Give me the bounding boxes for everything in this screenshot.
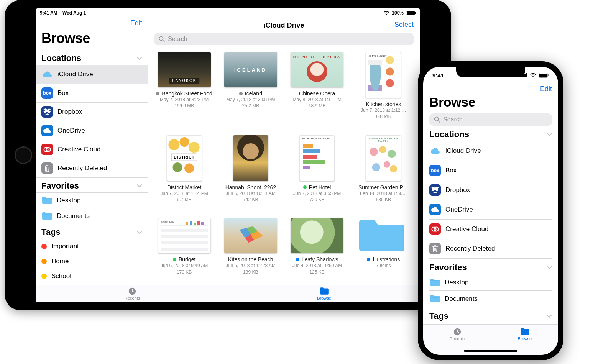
iphone-favorites-list: Desktop Documents	[429, 274, 552, 307]
chevron-down-icon	[137, 56, 142, 60]
svg-rect-11	[526, 73, 527, 78]
file-iceland[interactable]: Iceland May 7, 2018 at 3:05 PM 25.2 MB	[222, 52, 279, 126]
ipad-location-label: Box	[58, 89, 69, 97]
file-district[interactable]: District Market Jun 7, 2018 at 1:14 PM 6…	[156, 135, 213, 209]
file-meta-label: Feb 14, 2018 at 1:56…	[360, 190, 407, 197]
iphone-browse-title: Browse	[429, 95, 552, 113]
ipad-locations-header[interactable]: Locations	[36, 50, 148, 65]
iphone-location-onedrive[interactable]: OneDrive	[429, 200, 552, 220]
ipad-tag-school[interactable]: School	[36, 269, 148, 284]
ipad-search-field[interactable]: Search	[154, 33, 414, 45]
ipad-home-button[interactable]	[15, 146, 32, 164]
file-leafy[interactable]: Leafy Shadows Jun 4, 2018 at 10:50 AM 12…	[289, 218, 346, 281]
ipad-locations-title: Locations	[41, 53, 81, 63]
ipad-tags-title: Tags	[41, 227, 61, 237]
svg-rect-2	[415, 12, 416, 14]
file-thumbnail	[158, 52, 211, 87]
ipad-tag-home[interactable]: Home	[36, 254, 148, 269]
ipad-sidebar: Edit Browse Locations iCloud Drivebox Bo…	[36, 18, 148, 285]
ipad-location-dropbox[interactable]: Dropbox	[36, 103, 148, 121]
file-budget[interactable]: Budget Jun 6, 2018 at 9:49 AM 179 KB	[156, 218, 213, 281]
search-icon	[434, 116, 440, 123]
ipad-edit-button[interactable]: Edit	[130, 19, 142, 27]
svg-rect-10	[524, 74, 526, 77]
ipad-location-box[interactable]: box Box	[36, 84, 148, 103]
chevron-down-icon	[137, 230, 142, 234]
cloud-icon	[429, 145, 441, 157]
file-kites[interactable]: Kites on the Beach Jun 5, 2018 at 11:28 …	[222, 218, 279, 281]
iphone-search-field[interactable]: Search	[429, 113, 552, 126]
iphone-location-label: iCloud Drive	[445, 147, 481, 155]
iphone-notch	[456, 67, 525, 77]
iphone-home-indicator[interactable]	[464, 350, 518, 352]
iphone-location-trash[interactable]: Recently Deleted	[429, 239, 552, 259]
iphone-search-placeholder: Search	[443, 116, 463, 123]
file-kitchen[interactable]: Kitchen stories Jun 7, 2018 at 1:12 … 6.…	[355, 52, 412, 126]
ipad-location-icloud[interactable]: iCloud Drive	[36, 65, 148, 84]
ipad-select-button[interactable]: Select	[394, 21, 414, 29]
ipad-favorite-documents[interactable]: Documents	[36, 208, 148, 224]
ipad-favorites-header[interactable]: Favorites	[36, 178, 148, 192]
file-hannah[interactable]: Hannah_Shoot_2262 Jun 6, 2018 at 10:11 A…	[222, 135, 279, 209]
iphone-favorites-header[interactable]: Favorites	[429, 259, 552, 274]
file-meta-label: Jun 6, 2018 at 9:49 AM	[161, 262, 208, 269]
file-name-label: Illustrations	[373, 256, 400, 262]
cc-icon	[41, 144, 53, 155]
iphone-body[interactable]: Edit Browse Search Locations iCloud Driv…	[423, 84, 558, 324]
ipad-search-placeholder: Search	[168, 36, 187, 43]
ipad-location-title: iCloud Drive	[263, 21, 304, 30]
iphone-location-box[interactable]: box Box	[429, 161, 552, 180]
ipad-device: 9:41 AM Wed Aug 1 100% Edit Brows	[5, 0, 451, 310]
file-thumbnail	[291, 52, 343, 87]
iphone-location-label: Dropbox	[445, 186, 470, 194]
file-opera[interactable]: Chinese Opera May 8, 2018 at 1:11 PM 18.…	[289, 52, 346, 126]
ipad-browse-title: Browse	[36, 27, 148, 50]
file-name-label: Kites on the Beach	[228, 256, 273, 262]
ipad-location-onedrive[interactable]: OneDrive	[36, 121, 148, 140]
ipad-tags-header[interactable]: Tags	[36, 224, 148, 239]
file-bangkok[interactable]: Bangkok Street Food May 7, 2018 at 3:22 …	[156, 52, 213, 126]
status-dot-icon	[303, 185, 307, 189]
iphone-location-cc[interactable]: Creative Cloud	[429, 220, 552, 239]
folder-icon	[357, 218, 410, 253]
iphone-tab-browse[interactable]: Browse	[518, 328, 532, 341]
ipad-location-trash[interactable]: Recently Deleted	[36, 159, 148, 178]
iphone-location-icloud[interactable]: iCloud Drive	[429, 141, 552, 161]
ipad-tab-browse[interactable]: Browse	[317, 287, 331, 300]
iphone-favorite-documents[interactable]: Documents	[429, 291, 552, 307]
ipad-tab-recents[interactable]: Recents	[125, 287, 140, 300]
status-dot-icon	[173, 258, 176, 261]
ipad-tab-browse-label: Browse	[317, 296, 331, 300]
iphone-edit-button[interactable]: Edit	[540, 85, 552, 93]
iphone-location-dropbox[interactable]: Dropbox	[429, 180, 552, 200]
file-thumbnail	[233, 135, 268, 181]
iphone-locations-header[interactable]: Locations	[429, 126, 552, 141]
file-size-label: 18.9 MB	[309, 103, 326, 109]
file-name-label: Hannah_Shoot_2262	[225, 184, 276, 190]
file-illustrations[interactable]: Illustrations 7 items	[355, 218, 412, 281]
iphone-tab-recents[interactable]: Recents	[450, 328, 465, 341]
tag-dot-icon	[41, 274, 47, 279]
file-meta-label: 7 items	[376, 262, 391, 269]
status-dot-icon	[367, 258, 370, 261]
ipad-favorite-desktop[interactable]: Desktop	[36, 192, 148, 208]
file-pethotel[interactable]: Pet Hotel Jun 7, 2018 at 3:55 PM 720 KB	[289, 135, 346, 209]
iphone-location-label: OneDrive	[445, 206, 473, 213]
file-size-label: 6.7 MB	[177, 197, 192, 203]
iphone-tags-header[interactable]: Tags	[429, 307, 552, 323]
status-dot-icon	[156, 92, 159, 95]
folder-icon	[319, 287, 329, 295]
ipad-screen: 9:41 AM Wed Aug 1 100% Edit Brows	[36, 8, 420, 302]
iphone-favorite-desktop[interactable]: Desktop	[429, 274, 552, 291]
file-thumbnail	[167, 135, 202, 181]
cloud-icon	[41, 69, 53, 80]
svg-rect-13	[539, 74, 547, 77]
search-icon	[159, 36, 165, 42]
file-meta-label: May 7, 2018 at 3:05 PM	[226, 97, 275, 103]
file-summer[interactable]: Summer Garden P… Feb 14, 2018 at 1:56… 5…	[355, 135, 412, 209]
file-meta-label: Jun 7, 2018 at 3:55 PM	[293, 190, 341, 197]
file-size-label: 179 KB	[177, 269, 192, 275]
chevron-down-icon	[547, 266, 552, 269]
ipad-location-cc[interactable]: Creative Cloud	[36, 140, 148, 159]
ipad-tag-important[interactable]: Important	[36, 239, 148, 254]
